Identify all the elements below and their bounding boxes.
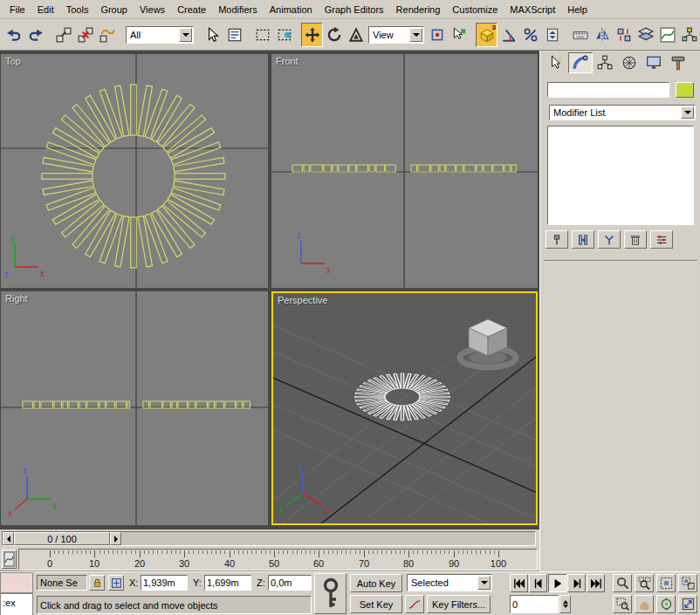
absolute-offset-mode-toggle[interactable] <box>108 575 124 591</box>
tab-hierarchy[interactable] <box>593 52 617 73</box>
axis-label-x: x <box>326 265 331 275</box>
arc-rotate-button[interactable] <box>656 595 676 613</box>
selection-filter-dropdown[interactable]: All <box>126 26 194 44</box>
next-frame-button[interactable] <box>567 574 586 592</box>
set-key-button[interactable]: Set Key <box>350 595 402 613</box>
current-frame-field[interactable] <box>510 595 559 613</box>
configure-modifier-sets-button[interactable] <box>650 230 673 249</box>
frame-spinner[interactable] <box>559 595 571 613</box>
maximize-viewport-toggle-button[interactable] <box>678 595 697 613</box>
modifier-list-dropdown[interactable]: Modifier List <box>549 105 696 120</box>
tab-modify[interactable] <box>568 52 593 73</box>
selection-lock-toggle[interactable] <box>89 575 105 591</box>
layer-manager-button[interactable] <box>635 23 656 47</box>
menu-group[interactable]: Group <box>94 2 134 17</box>
maximize-viewport-icon <box>682 598 695 611</box>
tab-motion[interactable] <box>617 52 642 73</box>
default-tangent-button[interactable] <box>405 595 424 613</box>
select-and-link-button[interactable] <box>52 23 74 47</box>
viewport-label-top[interactable]: Top <box>5 56 21 66</box>
key-filters-button[interactable]: Key Filters... <box>427 595 491 613</box>
key-mode-dropdown[interactable]: Selected <box>407 574 492 591</box>
use-pivot-point-center-button[interactable] <box>426 23 448 47</box>
timeline-ruler[interactable]: 0 10 20 30 40 50 60 70 80 90 100 <box>18 549 538 571</box>
spinner-snap-toggle-button[interactable] <box>541 23 563 47</box>
viewport-right[interactable]: z y x Right <box>1 291 268 525</box>
viewport-label-front[interactable]: Front <box>276 56 299 66</box>
region-zoom-button[interactable] <box>613 595 632 613</box>
unlink-selection-button[interactable] <box>74 23 96 47</box>
window-crossing-toggle-button[interactable] <box>273 23 295 47</box>
keyboard-shortcut-override-button[interactable] <box>569 23 591 47</box>
z-coordinate-field[interactable] <box>268 575 312 591</box>
time-slider-grip[interactable]: 0 / 100 <box>14 532 110 545</box>
tab-create[interactable] <box>544 52 568 73</box>
object-name-input[interactable] <box>547 82 669 98</box>
reference-coordinate-system-dropdown[interactable]: View <box>368 26 424 44</box>
zoom-button[interactable] <box>613 574 632 592</box>
go-to-end-button[interactable] <box>587 574 605 592</box>
viewport-label-perspective[interactable]: Perspective <box>278 295 327 305</box>
tab-utilities[interactable] <box>666 52 690 73</box>
menu-create[interactable]: Create <box>171 2 212 17</box>
pin-stack-button[interactable] <box>546 230 568 249</box>
undo-button[interactable] <box>3 23 24 47</box>
mirror-button[interactable] <box>591 23 613 47</box>
zoom-extents-all-button[interactable] <box>678 574 697 592</box>
redo-button[interactable] <box>24 23 46 47</box>
menu-tools[interactable]: Tools <box>60 2 95 17</box>
angle-snap-toggle-button[interactable] <box>498 23 519 47</box>
rollout-area[interactable] <box>544 260 697 567</box>
previous-frame-arrow[interactable] <box>3 532 14 545</box>
select-and-scale-button[interactable] <box>345 23 367 47</box>
viewport-label-right[interactable]: Right <box>5 293 28 304</box>
menu-customize[interactable]: Customize <box>446 2 504 17</box>
zoom-all-button[interactable] <box>635 574 654 592</box>
x-coordinate-field[interactable] <box>141 575 188 591</box>
viewport-front[interactable]: z x Front <box>271 54 538 288</box>
y-coordinate-field[interactable] <box>204 575 251 591</box>
next-frame-arrow[interactable] <box>110 532 121 545</box>
viewport-perspective[interactable]: z x y Perspective <box>271 291 538 525</box>
menu-file[interactable]: File <box>3 2 31 17</box>
select-and-manipulate-button[interactable] <box>448 23 470 47</box>
percent-snap-toggle-button[interactable] <box>519 23 541 47</box>
menu-edit[interactable]: Edit <box>31 2 60 17</box>
select-by-name-button[interactable] <box>223 23 245 47</box>
auto-key-button[interactable]: Auto Key <box>350 574 402 592</box>
pan-view-button[interactable] <box>635 595 654 613</box>
object-color-swatch[interactable] <box>676 82 694 98</box>
select-and-move-button[interactable] <box>301 23 323 47</box>
zoom-extents-button[interactable] <box>656 574 676 592</box>
previous-frame-button[interactable] <box>529 574 547 592</box>
snaps-toggle-button[interactable]: 3 <box>476 23 498 47</box>
tab-display[interactable] <box>642 52 666 73</box>
macro-recorder-pane[interactable] <box>0 572 33 593</box>
show-end-result-button[interactable] <box>572 230 594 249</box>
play-animation-button[interactable] <box>548 574 566 592</box>
rectangular-selection-button[interactable] <box>251 23 273 47</box>
modifier-stack-list[interactable] <box>547 126 694 225</box>
menu-rendering[interactable]: Rendering <box>390 2 447 17</box>
menu-graph-editors[interactable]: Graph Editors <box>319 2 390 17</box>
curve-editor-button[interactable] <box>656 23 678 47</box>
menu-help[interactable]: Help <box>561 2 594 17</box>
remove-modifier-button[interactable] <box>624 230 647 249</box>
viewport-top[interactable]: y x z Top <box>1 54 268 288</box>
menu-animation[interactable]: Animation <box>264 2 319 17</box>
mini-curve-editor-button[interactable] <box>2 550 17 569</box>
sunburst-object-top[interactable] <box>42 85 225 268</box>
time-slider-track[interactable]: 0 / 100 <box>2 531 536 546</box>
menu-maxscript[interactable]: MAXScript <box>504 2 561 17</box>
go-to-start-button[interactable] <box>510 574 528 592</box>
menu-modifiers[interactable]: Modifiers <box>212 2 264 17</box>
select-object-button[interactable] <box>202 23 223 47</box>
menu-views[interactable]: Views <box>134 2 171 17</box>
schematic-view-button[interactable] <box>678 23 700 47</box>
bind-to-space-warp-button[interactable] <box>96 23 118 47</box>
maxscript-listener-pane[interactable]: :ex <box>0 593 33 615</box>
make-unique-button[interactable] <box>598 230 621 249</box>
set-keys-button[interactable] <box>314 573 347 614</box>
align-button[interactable] <box>613 23 635 47</box>
select-and-rotate-button[interactable] <box>323 23 345 47</box>
